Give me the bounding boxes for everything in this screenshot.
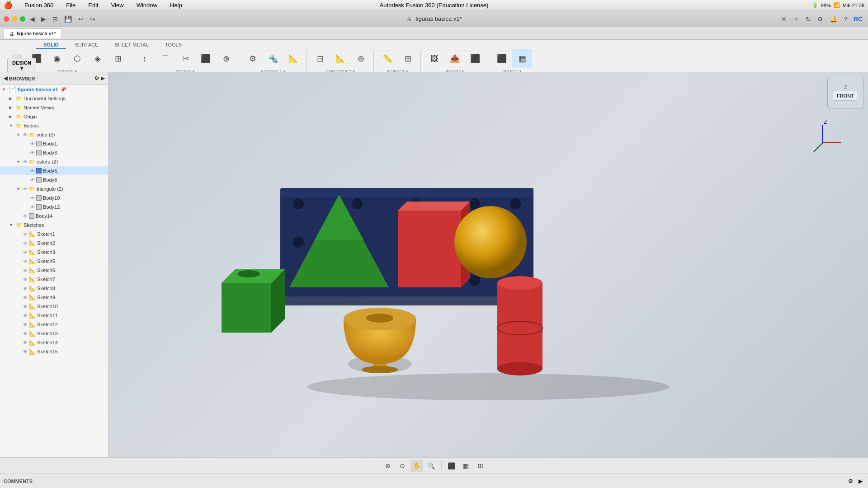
menu-window[interactable]: Window — [134, 1, 160, 9]
insert-decal[interactable]: 🖼 — [425, 49, 444, 68]
create-torus[interactable]: ⬡ — [67, 49, 87, 68]
shell-icon: ⬛ — [201, 54, 211, 64]
close-tab[interactable]: ✕ — [779, 14, 788, 23]
modify-press-pull[interactable]: ↕ — [135, 49, 155, 68]
tree-item-body6[interactable]: 👁 Body6, — [0, 166, 108, 175]
modify-chamfer[interactable]: ✂ — [175, 49, 195, 68]
pan-button[interactable]: ✋ — [410, 460, 423, 472]
create-pipe[interactable]: ⊞ — [108, 49, 128, 68]
tab-solid[interactable]: SOLID — [36, 41, 66, 49]
nav-redo[interactable]: ↪ — [88, 14, 97, 23]
tree-item-body12[interactable]: 👁 Body12 — [0, 202, 108, 211]
assemble-new-component[interactable]: ⚙ — [243, 49, 263, 68]
comments-arrow[interactable]: ▶ — [856, 477, 864, 485]
construct-axis[interactable]: ⊕ — [351, 49, 371, 68]
tree-item-sketches[interactable]: ▼ 📁 Sketches — [0, 221, 108, 230]
menu-view[interactable]: View — [108, 1, 127, 9]
joint-icon: 🔩 — [268, 54, 278, 64]
profile[interactable]: RC — [852, 14, 864, 23]
tab-tools[interactable]: TOOLS — [158, 41, 189, 49]
nav-save[interactable]: 💾 — [62, 14, 74, 23]
tree-item-body1[interactable]: 👁 Body1, — [0, 139, 108, 148]
tree-item-sketch14[interactable]: 👁📐Sketch14 — [0, 338, 108, 347]
tree-item-sketch13[interactable]: 👁📐Sketch13 — [0, 329, 108, 338]
menubar: 🍎 Fusion 360 File Edit View Window Help … — [0, 0, 868, 11]
viewport[interactable]: Z Z FRONT — [108, 72, 868, 457]
window-controls: ◀ ▶ ⊞ 💾 ↩ ↪ — [4, 14, 97, 23]
grid-settings[interactable]: ▦ — [460, 460, 472, 472]
select-mode[interactable]: ⬛ — [492, 49, 512, 68]
insert-mesh[interactable]: ⬛ — [465, 49, 485, 68]
assemble-joint[interactable]: 🔩 — [263, 49, 283, 68]
tree-item-origin[interactable]: ▶ 📁 Origin — [0, 112, 108, 121]
menu-help[interactable]: Help — [167, 1, 185, 9]
tree-item-sketch12[interactable]: 👁📐Sketch12 — [0, 320, 108, 329]
inspect-interference[interactable]: ⊞ — [398, 49, 418, 68]
inspect-measure[interactable]: 📏 — [377, 49, 397, 68]
tree-item-sketch7[interactable]: 👁📐Sketch7 — [0, 275, 108, 284]
insert-canvas[interactable]: 📤 — [445, 49, 465, 68]
select-window[interactable]: ▦ — [512, 49, 532, 68]
tree-item-body8[interactable]: 👁 Body8 — [0, 175, 108, 184]
tree-item-body14[interactable]: 👁 Body14 — [0, 211, 108, 221]
tree-item-sketch15[interactable]: 👁📐Sketch15 — [0, 347, 108, 356]
create-coil[interactable]: ◈ — [88, 49, 108, 68]
tree-item-sketch3[interactable]: 👁📐Sketch3 — [0, 248, 108, 257]
modify-fillet[interactable]: ⌒ — [155, 49, 175, 68]
tree-item-sketch10[interactable]: 👁📐Sketch10 — [0, 302, 108, 311]
browser-collapse[interactable]: ◀ — [4, 75, 7, 81]
tree-item-body3[interactable]: 👁 Body3 — [0, 148, 108, 157]
display-settings[interactable]: ⬛ — [445, 460, 458, 472]
more-options[interactable]: ⊞ — [474, 460, 487, 472]
create-sphere[interactable]: ◉ — [47, 49, 67, 68]
tab-surface[interactable]: SURFACE — [68, 41, 106, 49]
active-tab[interactable]: 🖨 figuras basica v1* — [4, 28, 62, 38]
tree-item-sketch6[interactable]: 👁📐Sketch6 — [0, 266, 108, 275]
minimize-button[interactable] — [12, 16, 17, 22]
browser-expand[interactable]: ▶ — [101, 75, 104, 81]
tree-item-root[interactable]: ▼ 📄 figuras basica v1 📌 — [0, 85, 108, 94]
fit-screen-button[interactable]: ⊕ — [382, 460, 394, 472]
maximize-button[interactable] — [20, 16, 25, 22]
body12-label: Body12 — [43, 204, 60, 210]
zoom-button[interactable]: 🔍 — [425, 460, 438, 472]
tree-item-esfera[interactable]: ▼ 👁 📁 esfera (2) — [0, 157, 108, 166]
tree-item-sketch1[interactable]: 👁📐Sketch1 — [0, 230, 108, 239]
close-button[interactable] — [4, 16, 9, 22]
refresh[interactable]: ↻ — [804, 14, 813, 23]
settings[interactable]: ⚙ — [816, 14, 825, 23]
tree-item-cubo[interactable]: ▼ 👁 📁 cubo (2) — [0, 130, 108, 139]
nav-forward[interactable]: ▶ — [39, 14, 48, 23]
tree-item-sketch11[interactable]: 👁📐Sketch11 — [0, 311, 108, 320]
construct-offset-plane[interactable]: ⊟ — [310, 49, 330, 68]
tree-item-bodies[interactable]: ▼ 📁 Bodies — [0, 121, 108, 130]
tree-item-namedviews[interactable]: ▶ 📁 Named Views — [0, 103, 108, 112]
add-tab[interactable]: ＋ — [791, 14, 801, 24]
assemble-rigid[interactable]: 📐 — [283, 49, 303, 68]
tree-item-sketch2[interactable]: 👁📐Sketch2 — [0, 239, 108, 248]
comments-gear[interactable]: ⚙ — [846, 477, 854, 485]
nav-back[interactable]: ◀ — [28, 14, 37, 23]
tree-item-sketch5[interactable]: 👁📐Sketch5 — [0, 257, 108, 266]
tree-item-sketch9[interactable]: 👁📐Sketch9 — [0, 293, 108, 302]
tab-sheet-metal[interactable]: SHEET METAL — [108, 41, 156, 49]
modify-shell[interactable]: ⬛ — [196, 49, 216, 68]
nav-undo[interactable]: ↩ — [76, 14, 85, 23]
construct-midplane[interactable]: 📐 — [330, 49, 350, 68]
menu-fusion360[interactable]: Fusion 360 — [22, 1, 56, 9]
nav-up[interactable]: ⊞ — [51, 14, 60, 23]
modify-scale[interactable]: ⊕ — [216, 49, 236, 68]
tree-item-docsettings[interactable]: ▶ 📁 Document Settings — [0, 94, 108, 103]
account[interactable]: ? — [842, 14, 849, 23]
orbit-button[interactable]: ⊙ — [396, 460, 409, 472]
design-button[interactable]: DESIGN ▾ — [7, 58, 36, 74]
tree-item-triangulo[interactable]: ▼ 👁 📁 triangulo (2) — [0, 184, 108, 193]
tree-item-body10[interactable]: 👁 Body10 — [0, 193, 108, 202]
menu-edit[interactable]: Edit — [85, 1, 101, 9]
apple-menu[interactable]: 🍎 — [4, 1, 13, 9]
viewcube[interactable]: Z FRONT — [827, 77, 863, 108]
notifications[interactable]: 🔔 — [828, 14, 839, 23]
browser-settings[interactable]: ⚙ — [94, 75, 99, 81]
menu-file[interactable]: File — [63, 1, 78, 9]
tree-item-sketch8[interactable]: 👁📐Sketch8 — [0, 284, 108, 293]
